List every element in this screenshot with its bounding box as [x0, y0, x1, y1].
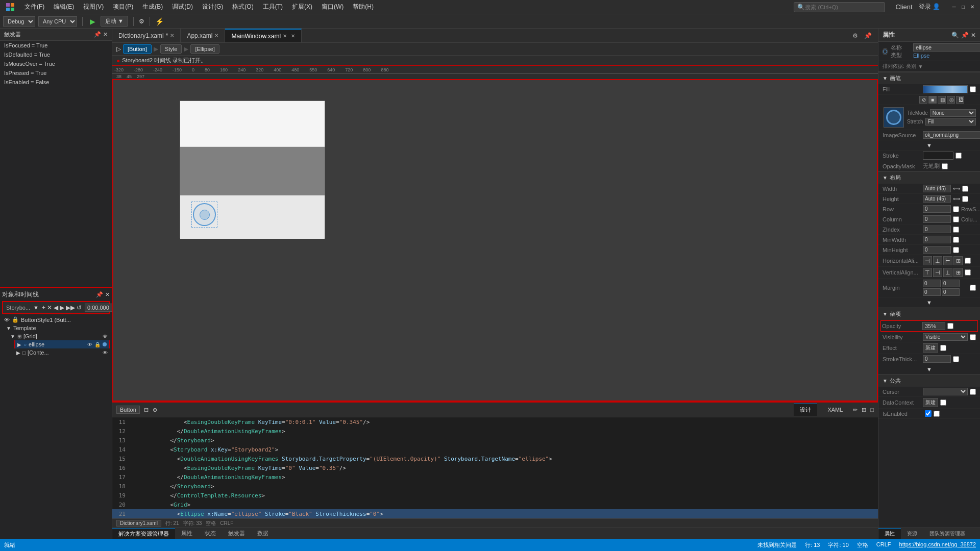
menu-format[interactable]: 格式(O) — [228, 2, 257, 12]
menu-project[interactable]: 项目(P) — [109, 2, 137, 12]
code-panel-edit-icon[interactable]: ✏ — [853, 407, 857, 413]
rp-tab-props[interactable]: 属性 — [878, 528, 901, 539]
brush-section-header[interactable]: ▼ 画笔 — [878, 72, 980, 84]
brush-solid-btn[interactable]: ■ — [928, 96, 937, 104]
search-input[interactable] — [805, 4, 881, 10]
breadcrumb-ellipse[interactable]: [Ellipse] — [190, 44, 219, 54]
anim-next-btn[interactable]: ▶▶ — [66, 304, 75, 311]
minwidth-input[interactable] — [923, 236, 951, 243]
rp-sort-icon[interactable]: ▼ — [918, 64, 923, 69]
close-panel-icon[interactable]: ✕ — [103, 31, 108, 38]
bottom-tab-solution[interactable]: 解决方案资源管理器 — [112, 528, 175, 539]
brush-none-btn[interactable]: ⊘ — [919, 96, 927, 104]
minheight-checkbox[interactable] — [953, 247, 959, 253]
run-label[interactable]: 启动 ▼ — [101, 16, 128, 27]
opacity-mask-checkbox[interactable] — [942, 163, 948, 169]
misc-expand-icon[interactable]: ▼ — [926, 366, 932, 372]
menu-edit[interactable]: 编辑(E) — [50, 2, 78, 12]
bottom-tab-props[interactable]: 属性 — [175, 528, 199, 539]
menu-tools[interactable]: 工具(T) — [259, 2, 287, 12]
build-config-select[interactable]: Debug — [3, 16, 35, 27]
effect-checkbox[interactable] — [940, 345, 946, 351]
grid-eye-icon[interactable]: 👁 — [103, 334, 108, 339]
btn-tab-icon[interactable]: ⊟ — [144, 407, 149, 413]
layer-eye-icon[interactable]: 👁 — [4, 317, 10, 323]
rp-tab-team[interactable]: 团队资源管理器 — [923, 529, 971, 539]
minwidth-checkbox[interactable] — [953, 237, 959, 243]
opacity-input[interactable] — [922, 322, 945, 330]
rp-close-icon[interactable]: ✕ — [971, 32, 976, 39]
content-expand[interactable]: ▶ — [16, 350, 20, 356]
bottom-tab-data[interactable]: 数据 — [251, 528, 275, 539]
halign-right-btn[interactable]: ⊢ — [943, 256, 952, 265]
effect-new-btn[interactable]: 新建 — [923, 343, 938, 353]
valign-bottom-btn[interactable]: ⊥ — [943, 268, 952, 277]
tab-close-all[interactable]: ✕ — [291, 33, 295, 39]
menu-build[interactable]: 生成(B) — [138, 2, 167, 12]
designer-tab[interactable]: 设计 — [794, 404, 817, 416]
is-enabled-checkbox[interactable] — [925, 410, 932, 417]
tab-app[interactable]: App.xaml ✕ — [181, 29, 225, 42]
brush-image-btn[interactable]: 🖼 — [956, 96, 964, 104]
run-btn[interactable]: ▶ — [88, 17, 97, 26]
opacity-checkbox[interactable] — [947, 323, 953, 329]
ellipse-lock-icon[interactable]: 🔒 — [94, 342, 101, 347]
code-panel-float-icon[interactable]: □ — [870, 407, 874, 413]
cursor-checkbox[interactable] — [970, 389, 976, 395]
rp-scroll-area[interactable]: ▼ 画笔 Fill ⊘ ■ ▥ ◎ 🖼 — [878, 72, 980, 528]
margin-val4[interactable] — [942, 288, 960, 296]
storyboard-expand[interactable]: ▼ — [33, 305, 39, 311]
anim-play-btn[interactable]: ▶ — [60, 304, 64, 311]
settings-icon[interactable]: ⚙ — [139, 18, 144, 25]
search-box[interactable]: 🔍 — [794, 2, 885, 12]
tile-mode-select[interactable]: None — [930, 109, 976, 117]
pin-icon[interactable]: 📌 — [94, 31, 101, 38]
cursor-select[interactable] — [923, 388, 968, 395]
template-row[interactable]: ▼ Template — [2, 324, 110, 332]
data-context-checkbox[interactable] — [940, 399, 946, 406]
grid-row[interactable]: ▼ ⊞ [Grid] 👁 — [8, 332, 110, 340]
height-checkbox[interactable] — [962, 196, 968, 202]
layer-lock-icon[interactable]: 🔒 — [12, 316, 19, 323]
minimize-btn[interactable]: ─ — [950, 4, 958, 11]
margin-val2[interactable] — [942, 280, 960, 287]
margin-val1[interactable] — [923, 280, 941, 287]
data-context-new-btn[interactable]: 新建 — [923, 398, 938, 407]
trigger-item-2[interactable]: IsMouseOver = True — [0, 59, 112, 68]
platform-select[interactable]: Any CPU — [38, 16, 77, 27]
stroke-preview[interactable] — [923, 152, 953, 160]
height-input[interactable] — [923, 195, 951, 203]
valign-top-btn[interactable]: ⊤ — [923, 268, 932, 277]
stroke-thick-input[interactable] — [923, 355, 951, 363]
extra-icon[interactable]: ⚡ — [155, 17, 164, 26]
ellipse-row[interactable]: ▶ ○ ellipse 👁 🔒 — [14, 340, 110, 348]
menu-help[interactable]: 帮助(H) — [349, 2, 378, 12]
width-input[interactable] — [923, 185, 951, 192]
breadcrumb-style[interactable]: Style — [160, 44, 182, 54]
template-expand[interactable]: ▼ — [6, 325, 11, 331]
halign-center-btn[interactable]: ⊥ — [933, 256, 942, 265]
stretch-select[interactable]: Fill — [925, 118, 976, 126]
anim-remove-btn[interactable]: ✕ — [47, 304, 52, 311]
trigger-item-4[interactable]: IsEnabled = False — [0, 78, 112, 87]
brush-radial-btn[interactable]: ◎ — [947, 96, 955, 104]
breadcrumb-button[interactable]: [Button] — [123, 44, 152, 54]
width-auto-icon[interactable]: ⟺ — [953, 186, 960, 191]
rp-tab-resources[interactable]: 资源 — [901, 529, 923, 539]
layout-section-header[interactable]: ▼ 布局 — [878, 171, 980, 184]
grid-expand[interactable]: ▼ — [10, 334, 15, 339]
tab-main-close[interactable]: ✕ — [283, 33, 287, 39]
bottom-tab-state[interactable]: 状态 — [199, 528, 222, 539]
obj-pin-icon[interactable]: 📌 — [96, 291, 103, 298]
close-btn[interactable]: ✕ — [969, 4, 976, 11]
bottom-tab-debug[interactable]: 触发器 — [222, 528, 251, 539]
tab-pin-icon[interactable]: 📌 — [862, 31, 874, 40]
maximize-btn[interactable]: □ — [960, 4, 967, 11]
anim-loop-btn[interactable]: ↺ — [77, 304, 82, 311]
margin-val3[interactable] — [923, 288, 941, 296]
btn-more-icon[interactable]: ⊕ — [153, 407, 157, 413]
anim-add-btn[interactable]: + — [42, 304, 45, 311]
col-checkbox[interactable] — [953, 216, 959, 222]
menu-extend[interactable]: 扩展(X) — [288, 2, 316, 12]
row-input[interactable] — [923, 205, 951, 213]
